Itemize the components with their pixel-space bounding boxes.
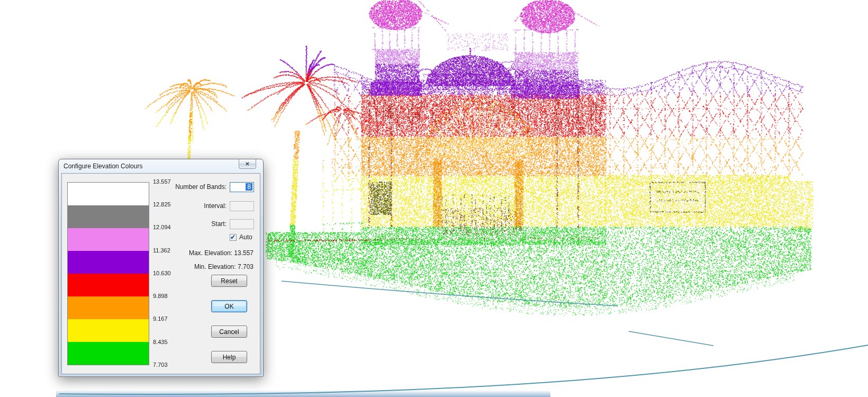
close-icon: ✕ [245, 161, 249, 167]
legend-band [68, 274, 149, 296]
cancel-button[interactable]: Cancel [211, 326, 247, 338]
legend-scale-value: 9.167 [153, 315, 178, 322]
number-of-bands-label: Number of Bands: [62, 183, 227, 191]
configure-elevation-colours-dialog: Configure Elevation Colours ✕ 13.557 12.… [58, 159, 264, 377]
start-input [230, 219, 254, 229]
start-label: Start: [62, 220, 227, 228]
legend-band [68, 228, 149, 251]
legend-scale-value: 10.630 [153, 270, 178, 276]
legend-scale-value: 9.898 [153, 293, 178, 299]
number-of-bands-input[interactable]: 8 [230, 182, 254, 192]
app: { "dialog": { "title": "Configure Elevat… [0, 0, 868, 397]
legend-scale-value: 7.703 [153, 362, 178, 368]
interval-label: Interval: [62, 202, 227, 210]
auto-checkbox[interactable] [230, 234, 237, 241]
legend-band [68, 296, 149, 319]
legend-band [68, 342, 149, 365]
dialog-body: 13.557 12.825 12.094 11.362 10.630 9.898… [61, 173, 260, 374]
window-bottom-edge [56, 390, 550, 397]
legend-scale-value: 8.435 [153, 339, 178, 345]
number-of-bands-value: 8 [246, 183, 252, 191]
dialog-title: Configure Elevation Colours [64, 163, 142, 170]
auto-row: Auto [230, 233, 252, 241]
auto-label: Auto [239, 233, 252, 241]
interval-input [230, 201, 254, 211]
legend-band [68, 319, 149, 342]
dialog-titlebar[interactable]: Configure Elevation Colours ✕ [59, 159, 263, 173]
ok-button[interactable]: OK [211, 300, 247, 312]
min-elevation: Min. Elevation: 7.703 [62, 263, 254, 270]
reset-button[interactable]: Reset [211, 275, 247, 287]
max-elevation: Max. Elevation: 13.557 [62, 249, 254, 257]
close-button[interactable]: ✕ [239, 159, 256, 169]
help-button[interactable]: Help [211, 351, 247, 363]
